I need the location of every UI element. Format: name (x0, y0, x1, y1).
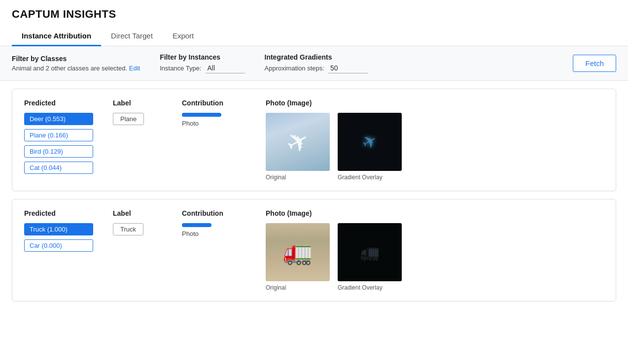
card-2-photo-pair: Original Gradient Overlay (266, 223, 604, 291)
card-2-contribution-text: Photo (182, 230, 246, 237)
filter-instances-input[interactable] (206, 63, 245, 73)
card-1-gradient-image (338, 113, 402, 171)
card-2-original-image (266, 223, 330, 281)
tabs-container: Instance Attribution Direct Target Expor… (12, 27, 616, 46)
fetch-btn-wrap: Fetch (573, 55, 616, 72)
filter-gradients-steps-input[interactable] (328, 63, 368, 73)
card-2-gradient-image (338, 223, 402, 281)
card-1-label-header: Label (113, 99, 162, 107)
card-2-contribution-bar (182, 223, 211, 227)
card-1-columns: Predicted Deer (0.553) Plane (0.166) Bir… (24, 99, 604, 181)
card-2: Predicted Truck (1.000) Car (0.000) Labe… (12, 199, 616, 301)
card-2-contribution-header: Contribution (182, 209, 246, 217)
card-1-predicted-header: Predicted (24, 99, 93, 107)
card-2-contribution-col: Contribution Photo (182, 209, 246, 237)
filter-gradients-inline: Approximation steps: (265, 63, 368, 73)
card-1-gradient-caption: Gradient Overlay (338, 174, 383, 181)
card-2-pred-1[interactable]: Car (0.000) (24, 239, 93, 252)
card-1-contribution-col: Contribution Photo (182, 99, 246, 127)
card-1-pred-0[interactable]: Deer (0.553) (24, 113, 93, 125)
card-2-original-item: Original (266, 223, 330, 291)
app-header: CAPTUM INSIGHTS Instance Attribution Dir… (0, 0, 628, 46)
card-2-prediction-tags: Truck (1.000) Car (0.000) (24, 223, 93, 252)
filter-classes-group: Filter by Classes Animal and 2 other cla… (12, 55, 140, 72)
card-1-pred-1[interactable]: Plane (0.166) (24, 129, 93, 141)
card-1-original-image (266, 113, 330, 171)
filter-classes-text: Animal and 2 other classes are selected. (12, 65, 127, 72)
fetch-button[interactable]: Fetch (573, 55, 616, 72)
filter-classes-edit[interactable]: Edit (129, 65, 140, 72)
card-1-label-tag: Plane (113, 113, 144, 125)
card-2-gradient-caption: Gradient Overlay (338, 284, 383, 291)
card-2-photo-header: Photo (Image) (266, 209, 604, 217)
card-2-columns: Predicted Truck (1.000) Car (0.000) Labe… (24, 209, 604, 291)
filter-instances-label: Filter by Instances (160, 53, 244, 61)
card-2-predicted-header: Predicted (24, 209, 93, 217)
filter-classes-value: Animal and 2 other classes are selected.… (12, 65, 140, 72)
card-2-pred-0[interactable]: Truck (1.000) (24, 223, 93, 235)
card-1-photo-pair: Original Gradient Overlay (266, 113, 604, 181)
card-1-original-item: Original (266, 113, 330, 181)
card-2-predicted-col: Predicted Truck (1.000) Car (0.000) (24, 209, 93, 252)
filter-instances-group: Filter by Instances Instance Type: (160, 53, 244, 73)
filter-bar: Filter by Classes Animal and 2 other cla… (0, 46, 628, 81)
tab-instance-attribution[interactable]: Instance Attribution (12, 27, 101, 46)
card-1-contribution-bar (182, 113, 221, 117)
card-1: Predicted Deer (0.553) Plane (0.166) Bir… (12, 89, 616, 191)
card-2-original-caption: Original (266, 284, 286, 291)
card-1-pred-2[interactable]: Bird (0.129) (24, 145, 93, 158)
main-content: Predicted Deer (0.553) Plane (0.166) Bir… (0, 81, 628, 309)
filter-instances-type-label: Instance Type: (160, 65, 201, 72)
card-1-predicted-col: Predicted Deer (0.553) Plane (0.166) Bir… (24, 99, 93, 174)
card-1-pred-3[interactable]: Cat (0.044) (24, 162, 93, 174)
card-1-original-caption: Original (266, 174, 286, 181)
card-2-label-header: Label (113, 209, 162, 217)
card-1-gradient-item: Gradient Overlay (338, 113, 402, 181)
app-title: CAPTUM INSIGHTS (12, 8, 616, 21)
filter-instances-inline: Instance Type: (160, 63, 244, 73)
card-2-gradient-item: Gradient Overlay (338, 223, 402, 291)
card-1-photo-header: Photo (Image) (266, 99, 604, 107)
card-1-prediction-tags: Deer (0.553) Plane (0.166) Bird (0.129) … (24, 113, 93, 174)
card-2-label-col: Label Truck (113, 209, 162, 235)
card-2-label-tag: Truck (113, 223, 143, 235)
tab-export[interactable]: Export (163, 27, 204, 46)
tab-direct-target[interactable]: Direct Target (101, 27, 163, 46)
filter-gradients-label: Integrated Gradients (265, 53, 368, 61)
filter-gradients-group: Integrated Gradients Approximation steps… (265, 53, 368, 73)
card-1-photo-col: Photo (Image) Original Gradient Overlay (266, 99, 604, 181)
card-2-photo-col: Photo (Image) Original Gradient Overlay (266, 209, 604, 291)
filter-classes-label: Filter by Classes (12, 55, 140, 63)
filter-gradients-steps-label: Approximation steps: (265, 65, 324, 72)
card-1-label-col: Label Plane (113, 99, 162, 125)
card-1-contribution-header: Contribution (182, 99, 246, 107)
card-1-contribution-text: Photo (182, 120, 246, 127)
